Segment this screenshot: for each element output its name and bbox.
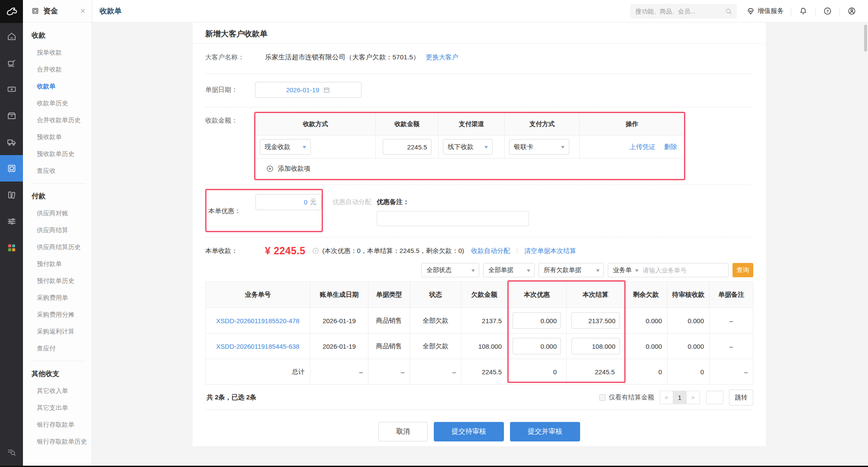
- row-discount-input[interactable]: [513, 338, 561, 354]
- rail-funds-active[interactable]: [0, 155, 23, 182]
- order-type-select[interactable]: 业务单: [613, 266, 639, 274]
- notifications-button[interactable]: [799, 6, 808, 16]
- sidebar-item[interactable]: 预付款单历史: [23, 272, 92, 289]
- sidebar-item[interactable]: 预收款单历史: [23, 146, 92, 162]
- divider: [205, 237, 753, 237]
- jump-button[interactable]: 跳转: [729, 389, 753, 405]
- payment-channel-cell: 线下收款: [439, 136, 505, 159]
- close-icon[interactable]: ✕: [80, 7, 86, 15]
- clear-settlement-link[interactable]: 清空单据本次结算: [524, 247, 576, 255]
- pay-type-select[interactable]: 银联卡: [509, 139, 569, 155]
- sidebar-item[interactable]: 收款单历史: [23, 95, 92, 112]
- form-actions: 取消 提交待审核 提交并审核: [193, 422, 766, 441]
- payment-channel-select[interactable]: 线下收款: [443, 139, 493, 155]
- sidebar-item[interactable]: 查应收: [23, 162, 92, 179]
- rail-package[interactable]: [0, 102, 23, 129]
- sidebar-item[interactable]: 采购费用单: [23, 289, 92, 306]
- gem-icon: [746, 7, 755, 16]
- sidebar-item[interactable]: 供应商结算历史: [23, 239, 92, 256]
- rail-home[interactable]: [0, 23, 23, 49]
- col-header: 状态: [410, 282, 461, 308]
- status-filter-select[interactable]: 全部状态: [421, 263, 479, 277]
- rail-cash[interactable]: ¥: [0, 76, 23, 102]
- rail-search-menu[interactable]: [0, 441, 23, 464]
- query-button[interactable]: 查询: [732, 263, 753, 277]
- sidebar-item[interactable]: 银行存取款单历史: [23, 433, 92, 450]
- rail-inbound[interactable]: [0, 49, 23, 76]
- current-page[interactable]: 1: [673, 391, 687, 404]
- receipt-help[interactable]: ?: [312, 247, 319, 255]
- sidebar-item[interactable]: 其它支出单: [23, 399, 92, 416]
- status-cell: 全部欠款: [410, 334, 461, 359]
- brand-logo[interactable]: [0, 0, 23, 23]
- row-settle-input[interactable]: [571, 338, 620, 354]
- discount-auto-label: 优惠自动分配: [332, 198, 371, 206]
- sidebar-item[interactable]: 其它收入单: [23, 383, 92, 399]
- payment-amount-input[interactable]: [383, 139, 432, 155]
- sidebar-item[interactable]: 采购费用分摊: [23, 306, 92, 323]
- sidebar-item-active[interactable]: 收款单: [23, 78, 92, 95]
- help-button[interactable]: ?: [823, 6, 832, 16]
- discount-input[interactable]: 0 元: [255, 194, 322, 210]
- sidebar-item[interactable]: 合并收款单历史: [23, 112, 92, 129]
- date-picker[interactable]: 2026-01-19: [255, 82, 361, 98]
- col-header: 待审核收款: [668, 282, 710, 308]
- sidebar-item[interactable]: 预收款单: [23, 129, 92, 146]
- rail-truck[interactable]: [0, 129, 23, 155]
- global-search[interactable]: [630, 4, 737, 19]
- upload-voucher-link[interactable]: 上传凭证: [629, 143, 655, 151]
- sidebar-item[interactable]: 预付款单: [23, 256, 92, 272]
- payment-table-highlight: 收款方式 收款金额 支付渠道 支付方式 操作 现金收款: [254, 112, 685, 180]
- sidebar-item[interactable]: 合并收款: [23, 61, 92, 78]
- row-discount-input[interactable]: [513, 312, 561, 329]
- payment-method-select[interactable]: 现金收款: [260, 139, 311, 155]
- settle-only-checkbox[interactable]: [599, 394, 606, 401]
- main-area: 收款单 增值服务 ? 新增大客: [92, 0, 868, 467]
- sidebar-item[interactable]: 供应商结算: [23, 222, 92, 239]
- auto-allocate-link[interactable]: 收款自动分配: [471, 247, 510, 255]
- sidebar-item[interactable]: 银行存取款单: [23, 416, 92, 433]
- debt-filter-select[interactable]: 所有欠款单据: [539, 263, 604, 277]
- order-no-input[interactable]: [643, 267, 729, 274]
- caret-down-icon: [561, 146, 565, 150]
- next-page-button[interactable]: »: [687, 391, 700, 404]
- receipt-label: 本单收款：: [205, 247, 248, 255]
- scrollbar-thumb[interactable]: [864, 25, 867, 52]
- form-card: 新增大客户收款单 大客户名称： 乐家生活超市连锁有限公司（大客户欠款：5701.…: [193, 23, 766, 446]
- sidebar-item[interactable]: 供应商对账: [23, 205, 92, 222]
- bell-icon: [799, 6, 808, 16]
- sidebar-menu: 收款 按单收款 合并收款 收款单 收款单历史 合并收款单历史 预收款单 预收款单…: [23, 23, 92, 450]
- remaining-cell: 0.000: [625, 334, 668, 359]
- sidebar-item[interactable]: 查应付: [23, 340, 92, 357]
- doc-type-cell: 商品销售: [368, 308, 410, 334]
- page-jump-input[interactable]: [706, 391, 723, 404]
- account-button[interactable]: [847, 6, 856, 16]
- order-no-link[interactable]: XSDD-20260119185445-638: [216, 343, 299, 350]
- receipt-summary-row: 本单收款： ¥ 2245.5 ? (本次优惠：0，本单结算：2245.5，剩余欠…: [205, 244, 576, 257]
- total-remark-cell: –: [710, 359, 753, 385]
- sidebar-item[interactable]: 采购返利计算: [23, 323, 92, 340]
- row-settle-input[interactable]: [571, 312, 620, 329]
- discount-remark-input[interactable]: [377, 211, 529, 226]
- vas-label: 增值服务: [758, 7, 784, 15]
- total-debt-cell: 2245.5: [461, 359, 507, 385]
- rail-ledger[interactable]: [0, 182, 23, 208]
- change-customer-link[interactable]: 更换大客户: [426, 53, 458, 62]
- rail-apps[interactable]: [0, 234, 23, 261]
- sidebar-divider: [31, 361, 86, 361]
- submit-review-button[interactable]: 提交待审核: [434, 422, 504, 441]
- prev-page-button[interactable]: «: [660, 391, 673, 404]
- order-search-combo: 业务单: [608, 263, 729, 277]
- global-search-input[interactable]: [636, 8, 725, 15]
- cancel-button[interactable]: 取消: [378, 422, 428, 441]
- add-payment-item-button[interactable]: 添加收款项: [255, 159, 684, 179]
- divider: [205, 74, 753, 74]
- rail-settings[interactable]: [0, 208, 23, 234]
- order-no-link[interactable]: XSDD-20260119185520-478: [216, 317, 299, 324]
- submit-audit-button[interactable]: 提交并审核: [510, 422, 580, 441]
- delete-payment-link[interactable]: 删除: [664, 143, 677, 151]
- sidebar-item[interactable]: 按单收款: [23, 44, 92, 61]
- doc-filter-select[interactable]: 全部单据: [483, 263, 535, 277]
- value-added-services[interactable]: 增值服务: [746, 7, 784, 16]
- status-cell: 全部欠款: [410, 308, 461, 334]
